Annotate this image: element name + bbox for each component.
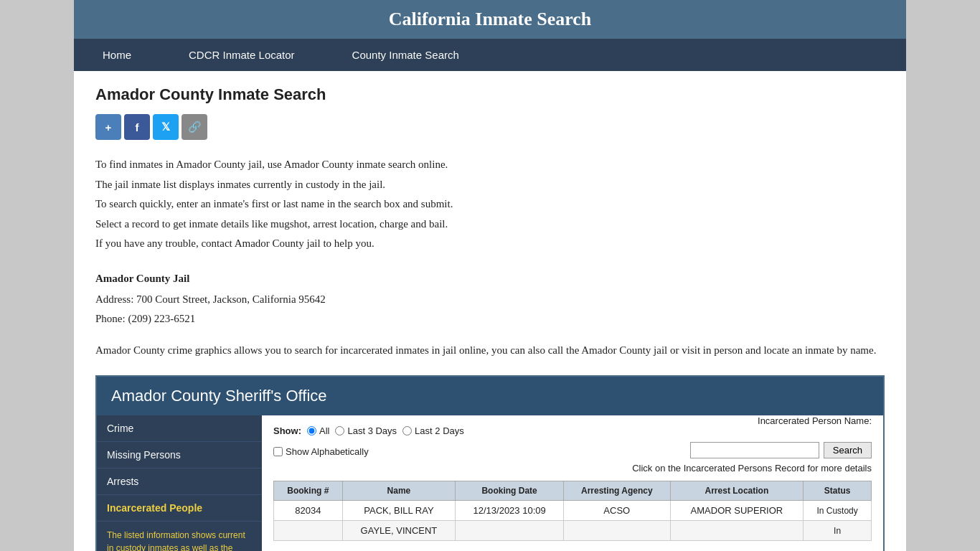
cell-booking-date	[456, 521, 564, 541]
description-block: To find inmates in Amador County jail, u…	[95, 156, 885, 253]
radio-2days-input[interactable]	[402, 426, 412, 435]
name-search-input[interactable]	[690, 442, 819, 458]
share-button-link[interactable]: 🔗	[182, 114, 207, 140]
col-location: Arrest Location	[670, 481, 804, 501]
col-status: Status	[804, 481, 872, 501]
col-name: Name	[342, 481, 456, 501]
name-search-label: Incarcerated Person Name:	[758, 415, 872, 426]
table-header-row: Booking # Name Booking Date Arresting Ag…	[274, 481, 872, 501]
jail-phone: Phone: (209) 223-6521	[95, 309, 885, 329]
col-agency: Arresting Agency	[563, 481, 670, 501]
nav-item-home[interactable]: Home	[74, 39, 160, 71]
show-row: Show: All Last 3 Days Last	[273, 425, 872, 436]
extra-description: Amador County crime graphics allows you …	[95, 342, 885, 360]
widget-body: Crime Missing Persons Arrests Incarcerat…	[97, 415, 883, 551]
page-heading: Amador County Inmate Search	[95, 85, 885, 104]
share-button-generic[interactable]: +	[95, 114, 121, 140]
desc-line-3: To search quickly, enter an inmate's fir…	[95, 195, 885, 214]
cell-status: In Custody	[804, 501, 872, 521]
site-header: California Inmate Search	[74, 0, 906, 39]
desc-line-5: If you have any trouble, contact Amador …	[95, 235, 885, 253]
radio-2days-label: Last 2 Days	[415, 425, 464, 436]
desc-line-2: The jail inmate list displays inmates cu…	[95, 176, 885, 194]
site-title: California Inmate Search	[88, 9, 892, 30]
radio-3days-label: Last 3 Days	[347, 425, 397, 436]
radio-3days-input[interactable]	[335, 426, 344, 435]
cell-name: GAYLE, VINCENT	[342, 521, 456, 541]
radio-all-label: All	[319, 425, 329, 436]
nav-item-cdcr[interactable]: CDCR Inmate Locator	[160, 39, 324, 71]
radio-all-input[interactable]	[307, 426, 316, 435]
radio-3days[interactable]: Last 3 Days	[335, 425, 397, 436]
table-row[interactable]: GAYLE, VINCENT In	[274, 521, 872, 541]
jail-title: Amador County Jail	[95, 269, 885, 288]
cell-agency	[563, 521, 670, 541]
alpha-label[interactable]: Show Alphabetically	[273, 446, 369, 457]
share-button-twitter[interactable]: 𝕏	[153, 114, 179, 140]
nav-item-county[interactable]: County Inmate Search	[324, 39, 488, 71]
col-booking: Booking #	[274, 481, 343, 501]
radio-2days[interactable]: Last 2 Days	[402, 425, 464, 436]
widget-main: Show: All Last 3 Days Last	[262, 415, 883, 551]
search-button[interactable]: Search	[824, 442, 872, 458]
click-hint: Click on the Incarcerated Persons Record…	[273, 463, 872, 474]
widget-header: Amador County Sheriff's Office	[97, 377, 883, 415]
radio-all[interactable]: All	[307, 425, 329, 436]
col-booking-date: Booking Date	[456, 481, 564, 501]
widget-title: Amador County Sheriff's Office	[111, 387, 327, 405]
cell-name: PACK, BILL RAY	[342, 501, 456, 521]
jail-info: Amador County Jail Address: 700 Court St…	[95, 269, 885, 329]
show-label: Show:	[273, 425, 301, 436]
controls-area: Show: All Last 3 Days Last	[273, 425, 872, 474]
desc-line-4: Select a record to get inmate details li…	[95, 215, 885, 234]
jail-address: Address: 700 Court Street, Jackson, Cali…	[95, 290, 885, 309]
cell-agency: ACSO	[563, 501, 670, 521]
cell-booking-date: 12/13/2023 10:09	[456, 501, 564, 521]
table-row[interactable]: 82034 PACK, BILL RAY 12/13/2023 10:09 AC…	[274, 501, 872, 521]
main-nav: Home CDCR Inmate Locator County Inmate S…	[74, 39, 906, 71]
sidebar-item-incarcerated[interactable]: Incarcerated People	[97, 495, 262, 522]
name-search-row: Incarcerated Person Name:	[758, 415, 872, 426]
share-button-facebook[interactable]: f	[124, 114, 150, 140]
cell-status: In	[804, 521, 872, 541]
desc-line-1: To find inmates in Amador County jail, u…	[95, 156, 885, 174]
share-buttons: + f 𝕏 🔗	[95, 114, 885, 140]
cell-location: AMADOR SUPERIOR	[670, 501, 804, 521]
alpha-row: Show Alphabetically	[273, 443, 369, 457]
widget-sidebar: Crime Missing Persons Arrests Incarcerat…	[97, 415, 262, 551]
widget-container: Amador County Sheriff's Office Crime Mis…	[95, 375, 885, 551]
alpha-label-text: Show Alphabetically	[286, 446, 369, 457]
cell-booking	[274, 521, 343, 541]
sidebar-note: The listed information shows current in …	[97, 522, 262, 551]
inmate-table-body: 82034 PACK, BILL RAY 12/13/2023 10:09 AC…	[274, 501, 872, 541]
sidebar-item-arrests[interactable]: Arrests	[97, 468, 262, 495]
main-content: Amador County Inmate Search + f 𝕏 🔗 To f…	[74, 71, 906, 551]
alpha-checkbox[interactable]	[273, 447, 283, 456]
cell-location	[670, 521, 804, 541]
cell-booking: 82034	[274, 501, 343, 521]
sidebar-item-missing-persons[interactable]: Missing Persons	[97, 442, 262, 468]
inmate-table: Booking # Name Booking Date Arresting Ag…	[273, 481, 872, 541]
sidebar-item-crime[interactable]: Crime	[97, 415, 262, 442]
